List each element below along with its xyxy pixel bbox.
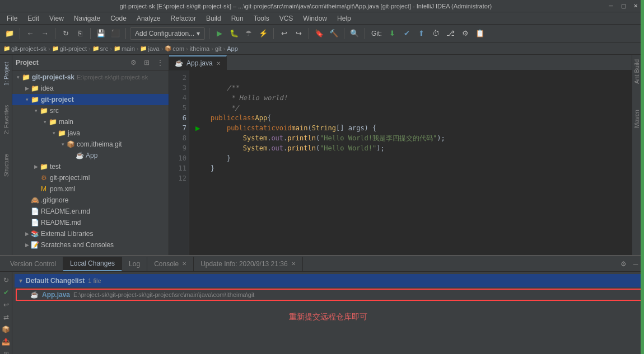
project-expand-icon[interactable]: ⊞ — [142, 58, 152, 68]
toolbar-save-all-btn[interactable]: ⬛ — [109, 27, 122, 40]
menu-bar: File Edit View Navigate Code Analyze Ref… — [0, 12, 644, 25]
bottom-tab-log[interactable]: Log — [122, 257, 147, 271]
minimize-button[interactable]: ─ — [607, 2, 615, 10]
close-button[interactable]: ✕ — [632, 2, 640, 10]
menu-run[interactable]: Run — [227, 13, 248, 23]
tree-src[interactable]: ▾ 📁 src — [12, 105, 169, 116]
bottom-settings-icon[interactable]: ⚙ — [618, 259, 628, 269]
structure-tab[interactable]: Structure — [1, 149, 12, 182]
toolbar-undo-btn[interactable]: ↩ — [278, 27, 290, 40]
breadcrumb-item-6[interactable]: itheima — [190, 45, 209, 52]
toolbar-copy-btn[interactable]: ⎘ — [74, 27, 86, 40]
bottom-tab-console[interactable]: Console ✕ — [147, 257, 194, 271]
tree-test[interactable]: ▶ 📁 test — [12, 161, 169, 172]
toolbar-bookmark-btn[interactable]: 🔖 — [313, 27, 325, 40]
ant-build-label[interactable]: Ant Build — [632, 55, 644, 88]
toolbar-settings-btn[interactable]: ⚙ — [459, 27, 472, 40]
toolbar-debug-btn[interactable]: 🐛 — [228, 27, 240, 40]
maven-label[interactable]: Maven — [632, 105, 644, 133]
menu-help[interactable]: Help — [333, 13, 356, 23]
menu-edit[interactable]: Edit — [23, 13, 44, 23]
toolbar-profile-btn[interactable]: ⚡ — [257, 27, 269, 40]
tree-root[interactable]: ▾ 📁 git-project-sk E:\project-sk\git-pro… — [12, 72, 169, 83]
tree-pom[interactable]: ▶ M pom.xml — [12, 183, 169, 195]
menu-code[interactable]: Code — [106, 13, 131, 23]
console-close-icon[interactable]: ✕ — [182, 261, 186, 267]
breadcrumb-item-1[interactable]: 📁 git-project — [52, 45, 87, 52]
toolbar-build2-btn[interactable]: 🔨 — [328, 27, 340, 40]
tree-main[interactable]: ▾ 📁 main — [12, 116, 169, 128]
breadcrumb-item-7[interactable]: git — [215, 45, 222, 52]
tree-external-libs[interactable]: ▶ 📚 External Libraries — [12, 228, 169, 239]
changed-file-entry[interactable]: ☕ App.java E:\project-sk\git-project-sk\… — [16, 289, 642, 301]
tree-git-project[interactable]: ▾ 📁 git-project — [12, 94, 169, 105]
menu-refactor[interactable]: Refactor — [166, 13, 200, 23]
tree-iml[interactable]: ▶ ⚙ git-project.iml — [12, 172, 169, 183]
toolbar-redo-btn[interactable]: ↪ — [292, 27, 305, 40]
menu-window[interactable]: Window — [298, 13, 332, 23]
tree-java[interactable]: ▾ 📁 java — [12, 128, 169, 139]
tree-readme-en[interactable]: ▶ 📄 README.en.md — [12, 206, 169, 217]
bottom-tab-local[interactable]: Local Changes — [63, 257, 122, 271]
toolbar-git-branch-btn[interactable]: ⎇ — [445, 27, 457, 40]
vcs-refresh-icon[interactable]: ↻ — [1, 275, 11, 285]
code-line-12 — [211, 173, 627, 183]
toolbar-open-btn[interactable]: 📁 — [3, 27, 16, 40]
project-panel-header: Project ⚙ ⊞ ⋮ — [12, 55, 169, 70]
toolbar-git-push-btn[interactable]: ⬆ — [416, 27, 428, 40]
editor-tab-app[interactable]: ☕ App.java ✕ — [169, 55, 227, 70]
bottom-minimize-icon[interactable]: ─ — [631, 259, 641, 269]
menu-analyze[interactable]: Analyze — [132, 13, 165, 23]
vcs-group-icon[interactable]: ⊞ — [1, 349, 11, 354]
toolbar-git-history-btn[interactable]: ⏱ — [430, 27, 442, 40]
project-settings-icon[interactable]: ⚙ — [128, 58, 138, 68]
vcs-check-icon[interactable]: ✔ — [1, 287, 11, 298]
toolbar-vcs-btn[interactable]: 📋 — [474, 27, 486, 40]
tree-gitignore[interactable]: ▶ 🙈 .gitignore — [12, 195, 169, 206]
vcs-diff-icon[interactable]: ⇄ — [1, 312, 11, 322]
bottom-tab-vc[interactable]: Version Control — [3, 257, 63, 271]
toolbar-coverage-btn[interactable]: ☂ — [242, 27, 255, 40]
breadcrumb-item-5[interactable]: 📦 com — [165, 45, 184, 52]
tree-scratches[interactable]: ▶ 📝 Scratches and Consoles — [12, 239, 169, 251]
maximize-button[interactable]: ▢ — [619, 2, 627, 10]
tree-app-java[interactable]: ▶ ☕ App — [12, 150, 169, 161]
breadcrumb-item-8[interactable]: App — [227, 45, 238, 52]
vcs-shelf-icon[interactable]: 📦 — [1, 324, 11, 334]
breadcrumb-item-4[interactable]: 📁 java — [140, 45, 159, 52]
bottom-tab-update[interactable]: Update Info: 2020/9/13 21:36 ✕ — [194, 257, 302, 271]
breadcrumb-item-3[interactable]: 📁 main — [114, 45, 135, 52]
run-arrow-icon[interactable]: ▶ — [195, 125, 200, 132]
toolbar-save-btn[interactable]: 💾 — [95, 27, 107, 40]
menu-navigate[interactable]: Navigate — [69, 13, 105, 23]
breadcrumb-item-2[interactable]: 📁 src — [92, 45, 109, 52]
menu-vcs[interactable]: VCS — [275, 13, 298, 23]
editor-tab-close[interactable]: ✕ — [216, 60, 221, 67]
menu-build[interactable]: Build — [202, 13, 226, 23]
toolbar-git-commit-btn[interactable]: ✔ — [401, 27, 413, 40]
toolbar-forward-btn[interactable]: → — [39, 27, 51, 40]
update-close-icon[interactable]: ✕ — [291, 261, 296, 267]
toolbar-sep-5 — [209, 28, 209, 39]
menu-file[interactable]: File — [2, 13, 22, 23]
commit-message: 重新提交远程仓库即可 — [15, 312, 642, 322]
menu-tools[interactable]: Tools — [249, 13, 274, 23]
breadcrumb-item-0[interactable]: 📁 git-project-sk — [3, 45, 46, 52]
tree-readme[interactable]: ▶ 📄 README.md — [12, 217, 169, 228]
toolbar-search-btn[interactable]: 🔍 — [348, 27, 361, 40]
tree-idea[interactable]: ▶ 📁 idea — [12, 83, 169, 94]
toolbar-back-btn[interactable]: ← — [24, 27, 36, 40]
vcs-undo-icon[interactable]: ↩ — [1, 300, 11, 310]
toolbar-git-update-btn[interactable]: ⬇ — [386, 27, 399, 40]
toolbar-run-btn[interactable]: ▶ — [213, 27, 226, 40]
changelist-header[interactable]: ▾ Default Changelist 1 file — [15, 274, 642, 287]
tree-package[interactable]: ▾ 📦 com.itheima.git — [12, 139, 169, 150]
code-content[interactable]: /** * Hello world! */ public class App {… — [206, 70, 632, 255]
project-gear-icon[interactable]: ⋮ — [155, 58, 165, 68]
menu-view[interactable]: View — [45, 13, 68, 23]
toolbar-sync-btn[interactable]: ↻ — [59, 27, 72, 40]
add-configuration-button[interactable]: Add Configuration... ▾ — [130, 27, 205, 40]
project-tab[interactable]: 1: Project — [1, 57, 12, 91]
vcs-unshelve-icon[interactable]: 📤 — [1, 337, 11, 347]
favorites-tab[interactable]: 2: Favorites — [1, 103, 12, 136]
